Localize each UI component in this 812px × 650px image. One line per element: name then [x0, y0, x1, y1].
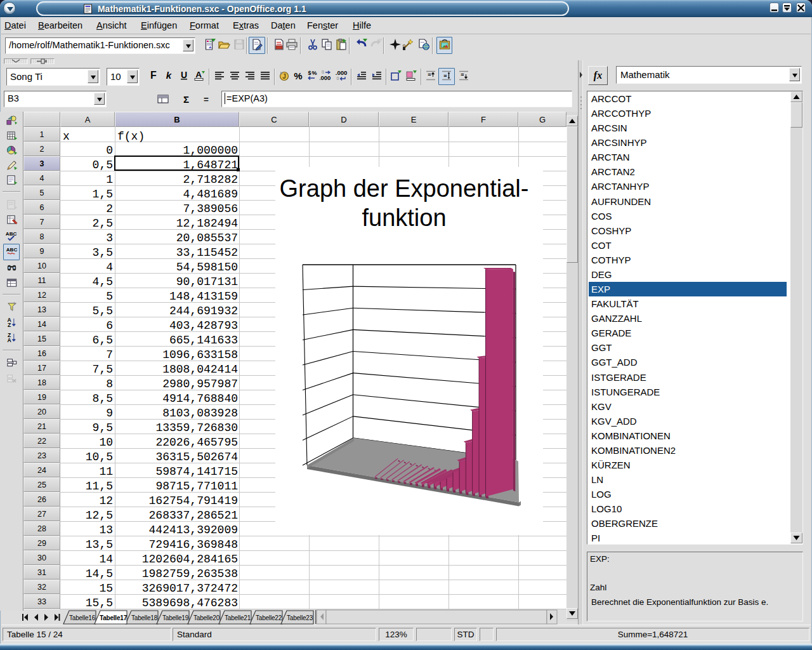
sort-az-button[interactable]: AZ	[4, 315, 19, 331]
cell-B2[interactable]: 1,000000	[183, 144, 238, 157]
align-top-button[interactable]: =	[423, 69, 438, 84]
save-button[interactable]	[232, 38, 247, 53]
function-item-log[interactable]: LOG	[589, 487, 787, 501]
cell-B9[interactable]: 33,115452	[176, 246, 238, 259]
shade-button[interactable]	[782, 3, 792, 13]
menu-fenster[interactable]: Fenster	[307, 20, 338, 30]
status-insert-mode[interactable]: STD	[454, 628, 477, 641]
function-wizard-panel-button[interactable]: fx	[588, 66, 608, 85]
name-box-dropdown-button[interactable]	[94, 93, 105, 105]
function-item-gerade[interactable]: GERADE	[589, 326, 787, 340]
sheet-tab-tabelle23[interactable]: Tabelle23	[281, 611, 313, 624]
function-item-ganzzahl[interactable]: GANZZAHL	[589, 311, 787, 326]
font-name-field[interactable]: Song Ti	[6, 68, 100, 86]
function-item-exp[interactable]: EXP	[589, 282, 787, 296]
cell-B25[interactable]: 98715,771011	[155, 480, 238, 493]
cell-B28[interactable]: 442413,392009	[149, 524, 238, 536]
cell-B1[interactable]: f(x)	[117, 130, 145, 143]
spellcheck-button[interactable]: ABC	[4, 229, 19, 244]
cell-A23[interactable]: 10,5	[86, 451, 113, 463]
cell-A25[interactable]: 11,5	[86, 480, 113, 493]
cell-B8[interactable]: 20,085537	[176, 232, 238, 244]
cell-A16[interactable]: 7	[106, 348, 113, 361]
cell-B5[interactable]: 4,481689	[183, 188, 238, 201]
cell-B23[interactable]: 36315,502674	[155, 451, 238, 463]
function-item-cothyp[interactable]: COTHYP	[589, 253, 787, 267]
redo-button[interactable]	[369, 38, 384, 53]
cell-B10[interactable]: 54,598150	[176, 261, 238, 274]
minimize-button[interactable]	[769, 3, 779, 13]
borders-button[interactable]	[388, 69, 403, 84]
cut-button[interactable]	[305, 38, 320, 53]
cell-A1[interactable]: x	[63, 130, 70, 143]
function-list-scrollbar[interactable]	[790, 91, 802, 543]
autoformat-button[interactable]	[4, 213, 19, 229]
cell-A5[interactable]: 1,5	[93, 188, 113, 201]
align-bottom-button[interactable]: =	[456, 69, 471, 84]
status-zoom[interactable]: 123%	[379, 628, 414, 641]
draw-functions-button[interactable]	[4, 159, 19, 174]
status-sum[interactable]: Summe=1,648721	[496, 628, 809, 641]
form-button[interactable]	[4, 173, 19, 189]
cell-A12[interactable]: 5	[106, 290, 113, 303]
cell-B21[interactable]: 13359,726830	[155, 421, 238, 434]
percent-button[interactable]: %	[291, 69, 306, 84]
function-item-deg[interactable]: DEG	[589, 267, 787, 282]
cell-A15[interactable]: 6,5	[93, 334, 113, 347]
cell-A9[interactable]: 3,5	[93, 246, 113, 259]
menu-format[interactable]: Format	[190, 20, 219, 30]
function-item-arccot[interactable]: ARCCOT	[589, 91, 787, 106]
function-item-ggtadd[interactable]: GGT_ADD	[589, 355, 787, 369]
bold-button[interactable]: F	[146, 69, 161, 84]
cell-A28[interactable]: 13	[99, 524, 113, 536]
cell-B30[interactable]: 1202604,284165	[142, 553, 238, 566]
function-item-coshyp[interactable]: COSHYP	[589, 223, 787, 238]
cell-A20[interactable]: 9	[106, 407, 113, 420]
cell-A31[interactable]: 14,5	[86, 567, 113, 580]
function-item-kombinationen2[interactable]: KOMBINATIONEN2	[589, 443, 787, 458]
align-middle-button[interactable]: =	[438, 68, 455, 85]
print-button[interactable]	[284, 38, 299, 53]
previous-sheet-button[interactable]	[34, 614, 38, 621]
cell-B11[interactable]: 90,017131	[176, 275, 238, 288]
justify-button[interactable]	[258, 69, 273, 84]
cell-A26[interactable]: 12	[99, 494, 113, 507]
status-empty-2[interactable]	[480, 628, 494, 641]
list-scroll-down-button[interactable]	[790, 533, 802, 543]
insert-object-button[interactable]	[4, 114, 19, 129]
currency-button[interactable]: J	[277, 69, 292, 84]
font-color-button[interactable]: A	[192, 69, 207, 84]
function-item-arccothyp[interactable]: ARCCOTHYP	[589, 106, 787, 121]
function-item-cot[interactable]: COT	[589, 238, 787, 253]
cell-A4[interactable]: 1	[106, 173, 113, 186]
category-select[interactable]: Mathematik	[616, 66, 802, 84]
function-item-kombinationen[interactable]: KOMBINATIONEN	[589, 428, 787, 443]
function-item-pi[interactable]: PI	[589, 531, 787, 545]
chart-object[interactable]: Graph der Exponential-funktion	[275, 167, 543, 535]
function-list[interactable]: ARCCOTARCCOTHYPARCSINARCSINHYPARCTANARCT…	[587, 91, 803, 545]
font-size-dropdown-button[interactable]	[127, 70, 138, 83]
function-item-kgv[interactable]: KGV	[589, 399, 787, 414]
ungroup-button[interactable]	[4, 372, 19, 387]
insert-disabled-button[interactable]	[4, 198, 19, 213]
gallery-button[interactable]	[436, 37, 452, 54]
datasources-button[interactable]	[4, 276, 19, 291]
scroll-up-button[interactable]	[566, 116, 578, 126]
next-sheet-button[interactable]	[44, 614, 48, 621]
sheet-tab-tabelle20[interactable]: Tabelle20	[188, 611, 220, 624]
font-name-dropdown-button[interactable]	[88, 70, 98, 83]
sheet-tab-tabelle21[interactable]: Tabelle21	[219, 611, 251, 624]
window-menu-button[interactable]	[3, 2, 16, 15]
toolbar-pin-grip[interactable]	[30, 58, 55, 64]
autopilot-button[interactable]	[400, 38, 416, 53]
list-scroll-up-button[interactable]	[790, 91, 802, 102]
cell-A18[interactable]: 8	[106, 378, 113, 390]
spreadsheet[interactable]: ABCDEFG123456789101112131415161718192021…	[0, 112, 578, 611]
panel-splitter[interactable]	[578, 60, 583, 625]
function-item-arctanhyp[interactable]: ARCTANHYP	[589, 179, 787, 194]
first-sheet-button[interactable]	[22, 614, 28, 621]
cell-B18[interactable]: 2980,957987	[162, 378, 238, 390]
formula-input[interactable]: =EXP(A3)	[221, 91, 572, 107]
function-wizard-button[interactable]	[156, 92, 170, 106]
cell-A22[interactable]: 10	[99, 436, 113, 449]
